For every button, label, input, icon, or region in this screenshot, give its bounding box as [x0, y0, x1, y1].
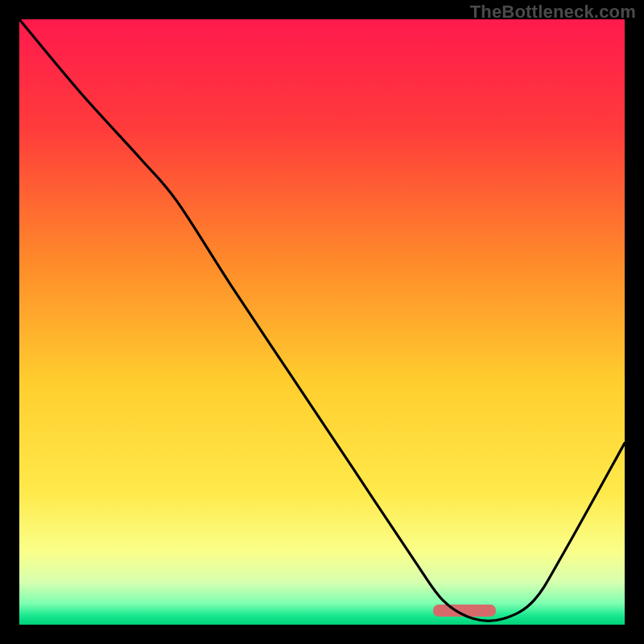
bottleneck-curve: [19, 19, 625, 625]
chart-frame: TheBottleneck.com: [0, 0, 644, 644]
plot-area: [19, 19, 625, 625]
watermark-text: TheBottleneck.com: [470, 2, 636, 23]
